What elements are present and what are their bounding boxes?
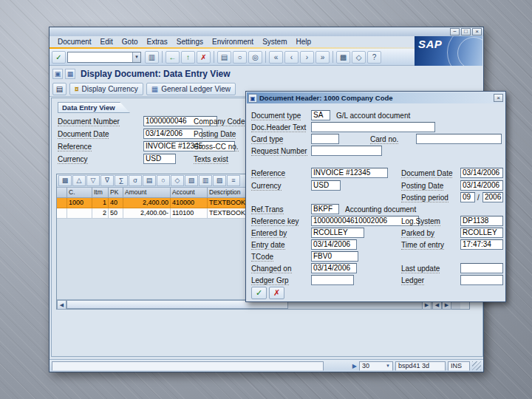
status-message-field[interactable] [52,361,324,371]
command-dropdown-icon[interactable]: ▼ [132,52,140,62]
hdr-tcode-field[interactable]: FBV0 [311,251,358,262]
overview-icon[interactable]: ▦ [65,69,75,79]
menu-item-document[interactable]: Document [53,37,96,47]
help-button[interactable]: ? [367,51,381,64]
hdr-document-date-label: Document Date [401,169,452,178]
close-button[interactable]: × [472,28,482,35]
cancel-button[interactable]: ✗ [197,51,211,64]
hdr-card-no-field[interactable] [416,134,502,144]
hdr-entry-date-field[interactable]: 03/14/2006 [311,239,357,250]
enter-button[interactable]: ✓ [52,51,66,64]
grid-set-filter-icon[interactable]: ∇ [100,175,114,186]
print-button[interactable]: ▤ [217,51,231,64]
hdr-fiscal-year-field[interactable]: 2006 [482,192,503,202]
menu-item-edit[interactable]: Edit [96,37,117,47]
col-header-posting-key[interactable]: PK [109,188,123,198]
last-page-button[interactable]: » [316,51,330,64]
hdr-reference-field[interactable]: INVOICE #12345 [311,168,388,178]
scroll-left-icon[interactable]: ◀ [57,300,66,310]
dialog-close-icon[interactable]: × [494,94,503,102]
hdr-posting-date-field[interactable]: 03/14/2006 [460,180,503,191]
display-currency-label: Display Currency [82,85,138,93]
menu-item-extras[interactable]: Extras [143,37,172,47]
dialog-title-bar[interactable]: ▣ Document Header: 1000 Company Code × [247,92,505,103]
status-system-field[interactable]: 30 ▼ [359,361,393,371]
status-server-field: bspd41 3d [395,361,446,371]
new-session-button[interactable]: ▩ [336,51,350,64]
document-date-label: Document Date [58,130,109,139]
grid-sort-descending-icon[interactable]: ▽ [86,175,100,186]
command-field[interactable]: ▼ [67,52,141,63]
hdr-log-system-field[interactable]: DP1138 [460,216,503,226]
hdr-ref-trans-field[interactable]: BKPF [311,204,339,214]
grid-total-icon[interactable]: ∑ [115,175,128,186]
find-next-button[interactable]: ◎ [248,51,262,64]
hdr-changed-on-field[interactable]: 03/14/2006 [311,263,357,273]
hdr-ledger-grp-field[interactable] [311,275,354,285]
hdr-request-number-field[interactable] [311,146,382,156]
grid-more-icon[interactable]: ≡ [227,175,240,186]
table-cell: 1000 [67,198,92,208]
col-header-item[interactable]: Itm [92,188,109,198]
first-page-button[interactable]: « [269,51,283,64]
grid-find-icon[interactable]: ○ [157,175,170,186]
grid-choose-details-icon[interactable]: ▩ [58,175,72,186]
previous-page-button[interactable]: ‹ [284,51,299,64]
dialog-cancel-button[interactable]: ✗ [269,287,284,299]
currency-field[interactable]: USD [143,154,176,164]
status-dropdown-icon[interactable]: ▼ [386,362,390,370]
hdr-currency-field[interactable]: USD [311,180,341,191]
menu-item-goto[interactable]: Goto [117,37,143,47]
grid-export-icon[interactable]: ◇ [171,175,184,186]
grid-graphic-icon[interactable]: ▧ [185,175,198,186]
hdr-entered-by-field[interactable]: RCOLLEY [311,228,364,238]
hdr-posting-period-field[interactable]: 09 [460,192,475,202]
hdr-card-type-field[interactable] [311,134,339,144]
grid-print-icon[interactable]: ▤ [143,175,156,186]
hdr-document-type-label: Document type [251,112,301,120]
hdr-doc-header-text-field[interactable] [311,122,435,132]
save-button[interactable]: ▥ [145,51,159,64]
grid-subtotal-icon[interactable]: σ [129,175,142,186]
hdr-time-of-entry-field[interactable]: 17:47:34 [460,239,503,250]
minimize-button[interactable]: − [450,28,460,35]
hdr-log-system-label: Log.System [401,217,440,226]
window-caption[interactable]: − □ × [50,27,483,36]
col-header-company-code[interactable]: C. [67,188,92,198]
menu-item-environment[interactable]: Environment [208,37,258,47]
maximize-button[interactable]: □ [461,28,471,35]
col-header-account[interactable]: Account [171,188,208,198]
col-header-amount[interactable]: Amount [123,188,171,198]
hdr-document-date-field[interactable]: 03/14/2006 [460,168,503,178]
menu-item-help[interactable]: Help [291,37,316,47]
currency-icon: ¤ [75,85,79,93]
exit-button[interactable]: ↑ [181,51,195,64]
hdr-doc-header-text-label: Doc.Header Text [251,123,306,132]
status-bar: ▶ 30 ▼ bspd41 3d INS [50,359,483,372]
document-icon[interactable]: ▣ [52,69,63,79]
hdr-request-number-label: Request Number [251,147,307,156]
grid-change-layout-icon[interactable]: ▥ [199,175,212,186]
create-shortcut-button[interactable]: ◇ [352,51,366,64]
find-button[interactable]: ○ [233,51,247,64]
grid-sort-ascending-icon[interactable]: △ [72,175,86,186]
display-currency-button[interactable]: ¤ Display Currency [69,83,143,95]
next-page-button[interactable]: › [300,51,314,64]
toolbar-separator [162,51,163,63]
resize-grip[interactable] [472,361,481,370]
hdr-tcode-label: TCode [251,253,273,262]
hdr-parked-by-field[interactable]: RCOLLEY [460,228,503,238]
dialog-continue-button[interactable]: ✓ [251,287,267,299]
selection-column-header[interactable] [57,188,67,198]
menu-item-settings[interactable]: Settings [172,37,208,47]
status-expand-icon[interactable]: ▶ [352,363,357,369]
general-ledger-view-button[interactable]: ▦ General Ledger View [146,83,236,95]
menu-item-system[interactable]: System [258,37,291,47]
hdr-document-type-field[interactable]: SA [311,110,330,120]
grid-select-layout-icon[interactable]: ▨ [213,175,226,186]
hdr-currency-label: Currency [251,182,282,191]
hdr-ledger-field[interactable] [460,275,503,285]
more-options-button[interactable]: ▤ [52,83,66,95]
back-button[interactable]: ← [166,51,180,64]
hdr-last-update-field[interactable] [460,263,503,273]
